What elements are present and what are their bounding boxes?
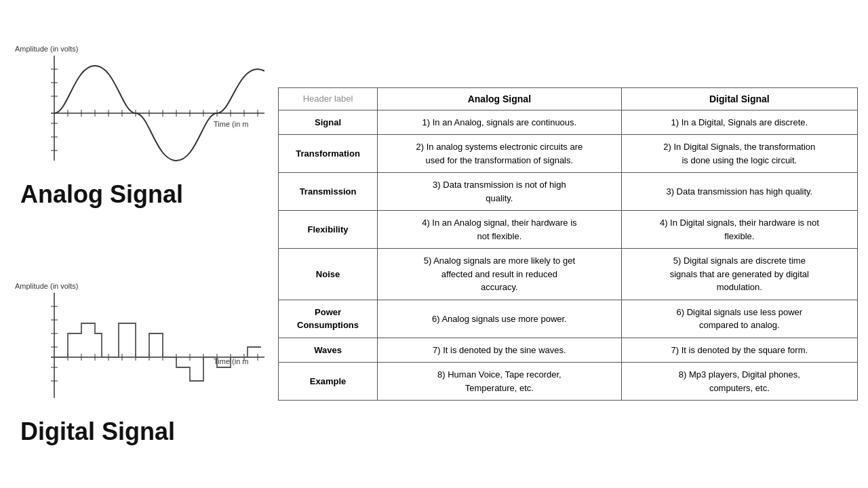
table-row: Example8) Human Voice, Tape recorder, Te… bbox=[279, 363, 858, 401]
cell-analog: 7) It is denoted by the sine waves. bbox=[378, 338, 622, 363]
cell-analog: 4) In an Analog signal, their hardware i… bbox=[378, 211, 622, 249]
left-panel: Amplitude (in volts) Time (in m bbox=[0, 0, 271, 488]
comparison-table: Header label Analog Signal Digital Signa… bbox=[278, 87, 858, 401]
cell-digital: 5) Digital signals are discrete time sig… bbox=[621, 249, 857, 300]
cell-analog: 8) Human Voice, Tape recorder, Temperatu… bbox=[378, 363, 622, 401]
digital-signal-title: Digital Signal bbox=[14, 418, 175, 446]
cell-analog: 2) In analog systems electronic circuits… bbox=[378, 135, 622, 173]
table-row: Transformation2) In analog systems elect… bbox=[279, 135, 858, 173]
cell-feature: Signal bbox=[279, 110, 378, 135]
digital-chart: Amplitude (in volts) Time (in m bbox=[14, 279, 264, 415]
cell-digital: 7) It is denoted by the square form. bbox=[621, 338, 857, 363]
analog-signal-section: Amplitude (in volts) Time (in m bbox=[14, 42, 264, 209]
analog-time-label: Time (in m bbox=[214, 120, 249, 128]
digital-chart-container: Amplitude (in volts) Time (in m bbox=[14, 279, 264, 415]
table-row: Noise5) Analog signals are more likely t… bbox=[279, 249, 858, 300]
header-analog: Analog Signal bbox=[378, 87, 622, 110]
cell-feature: Power Consumptions bbox=[279, 300, 378, 338]
digital-signal-section: Amplitude (in volts) Time (in m bbox=[14, 279, 264, 446]
cell-feature: Example bbox=[279, 363, 378, 401]
cell-analog: 1) In an Analog, signals are continuous. bbox=[378, 110, 622, 135]
analog-amplitude-label: Amplitude (in volts) bbox=[15, 45, 79, 53]
cell-feature: Transmission bbox=[279, 173, 378, 211]
table-row: Signal1) In an Analog, signals are conti… bbox=[279, 110, 858, 135]
cell-analog: 5) Analog signals are more likely to get… bbox=[378, 249, 622, 300]
cell-feature: Noise bbox=[279, 249, 378, 300]
table-row: Power Consumptions6) Analog signals use … bbox=[279, 300, 858, 338]
table-row: Waves7) It is denoted by the sine waves.… bbox=[279, 338, 858, 363]
cell-analog: 6) Analog signals use more power. bbox=[378, 300, 622, 338]
table-row: Flexibility4) In an Analog signal, their… bbox=[279, 211, 858, 249]
cell-feature: Flexibility bbox=[279, 211, 378, 249]
cell-digital: 8) Mp3 players, Digital phones, computer… bbox=[621, 363, 857, 401]
right-panel: Header label Analog Signal Digital Signa… bbox=[271, 0, 868, 488]
cell-digital: 3) Data transmission has high quality. bbox=[621, 173, 857, 211]
digital-amplitude-label: Amplitude (in volts) bbox=[15, 282, 79, 290]
analog-chart-container: Amplitude (in volts) Time (in m bbox=[14, 42, 264, 178]
header-feature: Header label bbox=[279, 87, 378, 110]
cell-digital: 1) In a Digital, Signals are discrete. bbox=[621, 110, 857, 135]
header-digital: Digital Signal bbox=[621, 87, 857, 110]
table-row: Transmission3) Data transmission is not … bbox=[279, 173, 858, 211]
cell-feature: Waves bbox=[279, 338, 378, 363]
analog-chart: Amplitude (in volts) Time (in m bbox=[14, 42, 264, 178]
table-header-row: Header label Analog Signal Digital Signa… bbox=[279, 87, 858, 110]
cell-digital: 6) Digital signals use less power compar… bbox=[621, 300, 857, 338]
cell-digital: 4) In Digital signals, their hardware is… bbox=[621, 211, 857, 249]
cell-analog: 3) Data transmission is not of high qual… bbox=[378, 173, 622, 211]
analog-signal-title: Analog Signal bbox=[14, 180, 183, 209]
cell-digital: 2) In Digital Signals, the transformatio… bbox=[621, 135, 857, 173]
cell-feature: Transformation bbox=[279, 135, 378, 173]
